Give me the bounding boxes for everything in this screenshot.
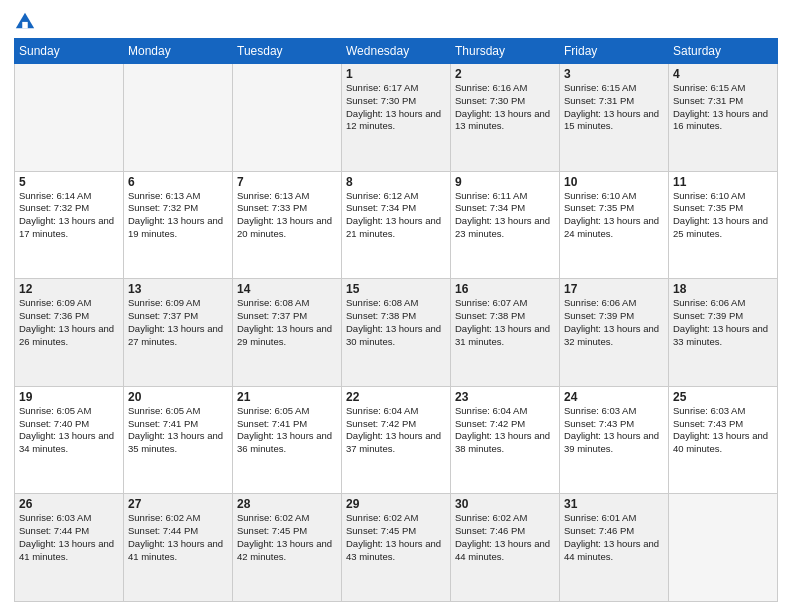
day-info: Sunrise: 6:02 AM Sunset: 7:46 PM Dayligh… [455, 512, 555, 563]
day-info: Sunrise: 6:02 AM Sunset: 7:45 PM Dayligh… [346, 512, 446, 563]
calendar-day-cell: 23Sunrise: 6:04 AM Sunset: 7:42 PM Dayli… [451, 386, 560, 494]
calendar-day-cell: 25Sunrise: 6:03 AM Sunset: 7:43 PM Dayli… [669, 386, 778, 494]
day-number: 1 [346, 67, 446, 81]
calendar-day-cell [233, 64, 342, 172]
day-number: 25 [673, 390, 773, 404]
calendar-table: SundayMondayTuesdayWednesdayThursdayFrid… [14, 38, 778, 602]
day-info: Sunrise: 6:08 AM Sunset: 7:37 PM Dayligh… [237, 297, 337, 348]
day-number: 11 [673, 175, 773, 189]
day-number: 5 [19, 175, 119, 189]
day-info: Sunrise: 6:11 AM Sunset: 7:34 PM Dayligh… [455, 190, 555, 241]
day-number: 14 [237, 282, 337, 296]
day-number: 12 [19, 282, 119, 296]
calendar-day-cell [669, 494, 778, 602]
calendar-day-cell: 12Sunrise: 6:09 AM Sunset: 7:36 PM Dayli… [15, 279, 124, 387]
calendar-day-cell: 27Sunrise: 6:02 AM Sunset: 7:44 PM Dayli… [124, 494, 233, 602]
calendar-day-cell: 18Sunrise: 6:06 AM Sunset: 7:39 PM Dayli… [669, 279, 778, 387]
day-number: 8 [346, 175, 446, 189]
calendar-day-cell: 15Sunrise: 6:08 AM Sunset: 7:38 PM Dayli… [342, 279, 451, 387]
day-info: Sunrise: 6:09 AM Sunset: 7:36 PM Dayligh… [19, 297, 119, 348]
weekday-label: Saturday [669, 39, 778, 64]
day-number: 17 [564, 282, 664, 296]
day-number: 23 [455, 390, 555, 404]
calendar-day-cell: 7Sunrise: 6:13 AM Sunset: 7:33 PM Daylig… [233, 171, 342, 279]
day-info: Sunrise: 6:04 AM Sunset: 7:42 PM Dayligh… [346, 405, 446, 456]
day-info: Sunrise: 6:10 AM Sunset: 7:35 PM Dayligh… [673, 190, 773, 241]
day-info: Sunrise: 6:03 AM Sunset: 7:43 PM Dayligh… [564, 405, 664, 456]
day-number: 30 [455, 497, 555, 511]
day-number: 18 [673, 282, 773, 296]
day-info: Sunrise: 6:05 AM Sunset: 7:41 PM Dayligh… [128, 405, 228, 456]
day-number: 3 [564, 67, 664, 81]
calendar-body: 1Sunrise: 6:17 AM Sunset: 7:30 PM Daylig… [15, 64, 778, 602]
day-info: Sunrise: 6:13 AM Sunset: 7:32 PM Dayligh… [128, 190, 228, 241]
day-info: Sunrise: 6:09 AM Sunset: 7:37 PM Dayligh… [128, 297, 228, 348]
day-number: 15 [346, 282, 446, 296]
day-number: 31 [564, 497, 664, 511]
day-number: 4 [673, 67, 773, 81]
calendar-week-row: 5Sunrise: 6:14 AM Sunset: 7:32 PM Daylig… [15, 171, 778, 279]
calendar-day-cell: 10Sunrise: 6:10 AM Sunset: 7:35 PM Dayli… [560, 171, 669, 279]
calendar-day-cell: 19Sunrise: 6:05 AM Sunset: 7:40 PM Dayli… [15, 386, 124, 494]
day-info: Sunrise: 6:10 AM Sunset: 7:35 PM Dayligh… [564, 190, 664, 241]
day-number: 21 [237, 390, 337, 404]
weekday-label: Thursday [451, 39, 560, 64]
calendar-header: SundayMondayTuesdayWednesdayThursdayFrid… [15, 39, 778, 64]
day-info: Sunrise: 6:12 AM Sunset: 7:34 PM Dayligh… [346, 190, 446, 241]
logo [14, 10, 39, 32]
calendar-day-cell: 30Sunrise: 6:02 AM Sunset: 7:46 PM Dayli… [451, 494, 560, 602]
calendar-day-cell: 3Sunrise: 6:15 AM Sunset: 7:31 PM Daylig… [560, 64, 669, 172]
weekday-label: Monday [124, 39, 233, 64]
day-info: Sunrise: 6:07 AM Sunset: 7:38 PM Dayligh… [455, 297, 555, 348]
calendar-day-cell: 28Sunrise: 6:02 AM Sunset: 7:45 PM Dayli… [233, 494, 342, 602]
day-number: 16 [455, 282, 555, 296]
weekday-header-row: SundayMondayTuesdayWednesdayThursdayFrid… [15, 39, 778, 64]
calendar-day-cell: 26Sunrise: 6:03 AM Sunset: 7:44 PM Dayli… [15, 494, 124, 602]
calendar-day-cell: 31Sunrise: 6:01 AM Sunset: 7:46 PM Dayli… [560, 494, 669, 602]
calendar-day-cell: 11Sunrise: 6:10 AM Sunset: 7:35 PM Dayli… [669, 171, 778, 279]
calendar-day-cell: 9Sunrise: 6:11 AM Sunset: 7:34 PM Daylig… [451, 171, 560, 279]
day-info: Sunrise: 6:04 AM Sunset: 7:42 PM Dayligh… [455, 405, 555, 456]
calendar-week-row: 1Sunrise: 6:17 AM Sunset: 7:30 PM Daylig… [15, 64, 778, 172]
calendar-day-cell: 5Sunrise: 6:14 AM Sunset: 7:32 PM Daylig… [15, 171, 124, 279]
day-number: 22 [346, 390, 446, 404]
page: SundayMondayTuesdayWednesdayThursdayFrid… [0, 0, 792, 612]
calendar-day-cell: 22Sunrise: 6:04 AM Sunset: 7:42 PM Dayli… [342, 386, 451, 494]
calendar-day-cell: 29Sunrise: 6:02 AM Sunset: 7:45 PM Dayli… [342, 494, 451, 602]
calendar-day-cell: 16Sunrise: 6:07 AM Sunset: 7:38 PM Dayli… [451, 279, 560, 387]
day-number: 10 [564, 175, 664, 189]
calendar-day-cell: 21Sunrise: 6:05 AM Sunset: 7:41 PM Dayli… [233, 386, 342, 494]
day-info: Sunrise: 6:13 AM Sunset: 7:33 PM Dayligh… [237, 190, 337, 241]
day-number: 28 [237, 497, 337, 511]
weekday-label: Wednesday [342, 39, 451, 64]
calendar-day-cell: 17Sunrise: 6:06 AM Sunset: 7:39 PM Dayli… [560, 279, 669, 387]
day-info: Sunrise: 6:15 AM Sunset: 7:31 PM Dayligh… [673, 82, 773, 133]
day-info: Sunrise: 6:02 AM Sunset: 7:44 PM Dayligh… [128, 512, 228, 563]
day-number: 13 [128, 282, 228, 296]
day-info: Sunrise: 6:06 AM Sunset: 7:39 PM Dayligh… [564, 297, 664, 348]
day-number: 24 [564, 390, 664, 404]
day-number: 27 [128, 497, 228, 511]
day-info: Sunrise: 6:16 AM Sunset: 7:30 PM Dayligh… [455, 82, 555, 133]
day-info: Sunrise: 6:14 AM Sunset: 7:32 PM Dayligh… [19, 190, 119, 241]
day-number: 2 [455, 67, 555, 81]
calendar-day-cell: 13Sunrise: 6:09 AM Sunset: 7:37 PM Dayli… [124, 279, 233, 387]
calendar-day-cell: 4Sunrise: 6:15 AM Sunset: 7:31 PM Daylig… [669, 64, 778, 172]
calendar-week-row: 12Sunrise: 6:09 AM Sunset: 7:36 PM Dayli… [15, 279, 778, 387]
svg-rect-1 [22, 22, 28, 28]
day-info: Sunrise: 6:01 AM Sunset: 7:46 PM Dayligh… [564, 512, 664, 563]
logo-icon [14, 10, 36, 32]
day-info: Sunrise: 6:02 AM Sunset: 7:45 PM Dayligh… [237, 512, 337, 563]
calendar-day-cell: 20Sunrise: 6:05 AM Sunset: 7:41 PM Dayli… [124, 386, 233, 494]
calendar-day-cell [124, 64, 233, 172]
day-info: Sunrise: 6:06 AM Sunset: 7:39 PM Dayligh… [673, 297, 773, 348]
day-info: Sunrise: 6:17 AM Sunset: 7:30 PM Dayligh… [346, 82, 446, 133]
day-info: Sunrise: 6:03 AM Sunset: 7:44 PM Dayligh… [19, 512, 119, 563]
calendar-week-row: 26Sunrise: 6:03 AM Sunset: 7:44 PM Dayli… [15, 494, 778, 602]
calendar-day-cell: 14Sunrise: 6:08 AM Sunset: 7:37 PM Dayli… [233, 279, 342, 387]
day-number: 7 [237, 175, 337, 189]
day-info: Sunrise: 6:05 AM Sunset: 7:41 PM Dayligh… [237, 405, 337, 456]
day-number: 6 [128, 175, 228, 189]
day-info: Sunrise: 6:03 AM Sunset: 7:43 PM Dayligh… [673, 405, 773, 456]
day-info: Sunrise: 6:15 AM Sunset: 7:31 PM Dayligh… [564, 82, 664, 133]
